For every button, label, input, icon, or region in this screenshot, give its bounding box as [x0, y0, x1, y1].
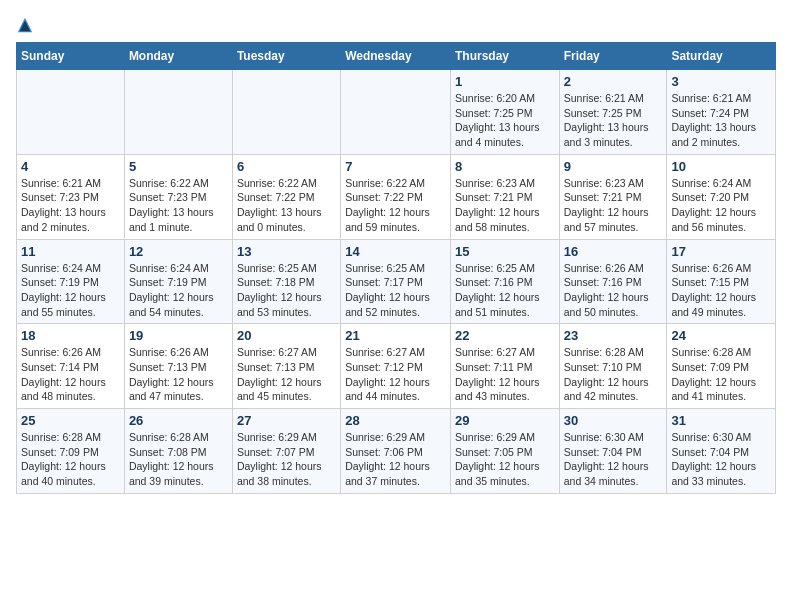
week-row-1: 1Sunrise: 6:20 AM Sunset: 7:25 PM Daylig… [17, 70, 776, 155]
cell-content: Sunrise: 6:27 AM Sunset: 7:13 PM Dayligh… [237, 345, 336, 404]
col-header-saturday: Saturday [667, 43, 776, 70]
cell-content: Sunrise: 6:23 AM Sunset: 7:21 PM Dayligh… [564, 176, 663, 235]
day-number: 24 [671, 328, 771, 343]
cell-content: Sunrise: 6:29 AM Sunset: 7:06 PM Dayligh… [345, 430, 446, 489]
day-number: 25 [21, 413, 120, 428]
calendar-cell: 18Sunrise: 6:26 AM Sunset: 7:14 PM Dayli… [17, 324, 125, 409]
day-number: 29 [455, 413, 555, 428]
calendar-cell: 2Sunrise: 6:21 AM Sunset: 7:25 PM Daylig… [559, 70, 667, 155]
cell-content: Sunrise: 6:30 AM Sunset: 7:04 PM Dayligh… [671, 430, 771, 489]
day-number: 11 [21, 244, 120, 259]
calendar-cell: 23Sunrise: 6:28 AM Sunset: 7:10 PM Dayli… [559, 324, 667, 409]
cell-content: Sunrise: 6:25 AM Sunset: 7:16 PM Dayligh… [455, 261, 555, 320]
calendar-cell: 11Sunrise: 6:24 AM Sunset: 7:19 PM Dayli… [17, 239, 125, 324]
col-header-thursday: Thursday [450, 43, 559, 70]
cell-content: Sunrise: 6:24 AM Sunset: 7:20 PM Dayligh… [671, 176, 771, 235]
logo [16, 16, 38, 34]
calendar-cell: 3Sunrise: 6:21 AM Sunset: 7:24 PM Daylig… [667, 70, 776, 155]
header [16, 16, 776, 34]
day-number: 15 [455, 244, 555, 259]
col-header-friday: Friday [559, 43, 667, 70]
cell-content: Sunrise: 6:23 AM Sunset: 7:21 PM Dayligh… [455, 176, 555, 235]
cell-content: Sunrise: 6:29 AM Sunset: 7:07 PM Dayligh… [237, 430, 336, 489]
calendar-cell: 31Sunrise: 6:30 AM Sunset: 7:04 PM Dayli… [667, 409, 776, 494]
calendar-cell: 25Sunrise: 6:28 AM Sunset: 7:09 PM Dayli… [17, 409, 125, 494]
week-row-5: 25Sunrise: 6:28 AM Sunset: 7:09 PM Dayli… [17, 409, 776, 494]
cell-content: Sunrise: 6:22 AM Sunset: 7:22 PM Dayligh… [345, 176, 446, 235]
calendar-cell: 30Sunrise: 6:30 AM Sunset: 7:04 PM Dayli… [559, 409, 667, 494]
cell-content: Sunrise: 6:22 AM Sunset: 7:22 PM Dayligh… [237, 176, 336, 235]
calendar-cell: 7Sunrise: 6:22 AM Sunset: 7:22 PM Daylig… [341, 154, 451, 239]
day-number: 9 [564, 159, 663, 174]
day-number: 30 [564, 413, 663, 428]
calendar-cell: 29Sunrise: 6:29 AM Sunset: 7:05 PM Dayli… [450, 409, 559, 494]
calendar-cell: 24Sunrise: 6:28 AM Sunset: 7:09 PM Dayli… [667, 324, 776, 409]
day-number: 7 [345, 159, 446, 174]
cell-content: Sunrise: 6:29 AM Sunset: 7:05 PM Dayligh… [455, 430, 555, 489]
calendar-cell: 9Sunrise: 6:23 AM Sunset: 7:21 PM Daylig… [559, 154, 667, 239]
day-number: 14 [345, 244, 446, 259]
calendar-cell: 26Sunrise: 6:28 AM Sunset: 7:08 PM Dayli… [124, 409, 232, 494]
day-number: 21 [345, 328, 446, 343]
cell-content: Sunrise: 6:22 AM Sunset: 7:23 PM Dayligh… [129, 176, 228, 235]
cell-content: Sunrise: 6:28 AM Sunset: 7:09 PM Dayligh… [671, 345, 771, 404]
calendar-cell: 6Sunrise: 6:22 AM Sunset: 7:22 PM Daylig… [232, 154, 340, 239]
day-number: 12 [129, 244, 228, 259]
calendar-cell [17, 70, 125, 155]
day-number: 19 [129, 328, 228, 343]
day-number: 8 [455, 159, 555, 174]
cell-content: Sunrise: 6:21 AM Sunset: 7:23 PM Dayligh… [21, 176, 120, 235]
day-number: 10 [671, 159, 771, 174]
day-number: 6 [237, 159, 336, 174]
calendar-cell: 21Sunrise: 6:27 AM Sunset: 7:12 PM Dayli… [341, 324, 451, 409]
day-number: 20 [237, 328, 336, 343]
col-header-wednesday: Wednesday [341, 43, 451, 70]
week-row-4: 18Sunrise: 6:26 AM Sunset: 7:14 PM Dayli… [17, 324, 776, 409]
day-number: 5 [129, 159, 228, 174]
calendar-cell: 5Sunrise: 6:22 AM Sunset: 7:23 PM Daylig… [124, 154, 232, 239]
calendar-cell: 17Sunrise: 6:26 AM Sunset: 7:15 PM Dayli… [667, 239, 776, 324]
day-number: 4 [21, 159, 120, 174]
calendar-cell: 8Sunrise: 6:23 AM Sunset: 7:21 PM Daylig… [450, 154, 559, 239]
calendar-cell: 13Sunrise: 6:25 AM Sunset: 7:18 PM Dayli… [232, 239, 340, 324]
day-number: 1 [455, 74, 555, 89]
cell-content: Sunrise: 6:27 AM Sunset: 7:11 PM Dayligh… [455, 345, 555, 404]
day-number: 16 [564, 244, 663, 259]
cell-content: Sunrise: 6:30 AM Sunset: 7:04 PM Dayligh… [564, 430, 663, 489]
day-number: 26 [129, 413, 228, 428]
col-header-tuesday: Tuesday [232, 43, 340, 70]
week-row-3: 11Sunrise: 6:24 AM Sunset: 7:19 PM Dayli… [17, 239, 776, 324]
day-number: 17 [671, 244, 771, 259]
cell-content: Sunrise: 6:21 AM Sunset: 7:24 PM Dayligh… [671, 91, 771, 150]
calendar-table: SundayMondayTuesdayWednesdayThursdayFrid… [16, 42, 776, 494]
calendar-cell [124, 70, 232, 155]
cell-content: Sunrise: 6:26 AM Sunset: 7:15 PM Dayligh… [671, 261, 771, 320]
day-number: 27 [237, 413, 336, 428]
calendar-cell: 4Sunrise: 6:21 AM Sunset: 7:23 PM Daylig… [17, 154, 125, 239]
day-number: 18 [21, 328, 120, 343]
cell-content: Sunrise: 6:27 AM Sunset: 7:12 PM Dayligh… [345, 345, 446, 404]
day-number: 28 [345, 413, 446, 428]
calendar-cell: 1Sunrise: 6:20 AM Sunset: 7:25 PM Daylig… [450, 70, 559, 155]
cell-content: Sunrise: 6:28 AM Sunset: 7:09 PM Dayligh… [21, 430, 120, 489]
week-row-2: 4Sunrise: 6:21 AM Sunset: 7:23 PM Daylig… [17, 154, 776, 239]
calendar-cell: 28Sunrise: 6:29 AM Sunset: 7:06 PM Dayli… [341, 409, 451, 494]
cell-content: Sunrise: 6:28 AM Sunset: 7:10 PM Dayligh… [564, 345, 663, 404]
logo-icon [16, 16, 34, 34]
cell-content: Sunrise: 6:20 AM Sunset: 7:25 PM Dayligh… [455, 91, 555, 150]
calendar-cell [232, 70, 340, 155]
cell-content: Sunrise: 6:26 AM Sunset: 7:14 PM Dayligh… [21, 345, 120, 404]
day-number: 23 [564, 328, 663, 343]
calendar-cell: 19Sunrise: 6:26 AM Sunset: 7:13 PM Dayli… [124, 324, 232, 409]
cell-content: Sunrise: 6:28 AM Sunset: 7:08 PM Dayligh… [129, 430, 228, 489]
calendar-cell: 27Sunrise: 6:29 AM Sunset: 7:07 PM Dayli… [232, 409, 340, 494]
cell-content: Sunrise: 6:24 AM Sunset: 7:19 PM Dayligh… [21, 261, 120, 320]
calendar-cell: 14Sunrise: 6:25 AM Sunset: 7:17 PM Dayli… [341, 239, 451, 324]
header-row: SundayMondayTuesdayWednesdayThursdayFrid… [17, 43, 776, 70]
day-number: 2 [564, 74, 663, 89]
calendar-cell: 10Sunrise: 6:24 AM Sunset: 7:20 PM Dayli… [667, 154, 776, 239]
calendar-cell: 12Sunrise: 6:24 AM Sunset: 7:19 PM Dayli… [124, 239, 232, 324]
day-number: 22 [455, 328, 555, 343]
cell-content: Sunrise: 6:21 AM Sunset: 7:25 PM Dayligh… [564, 91, 663, 150]
day-number: 3 [671, 74, 771, 89]
